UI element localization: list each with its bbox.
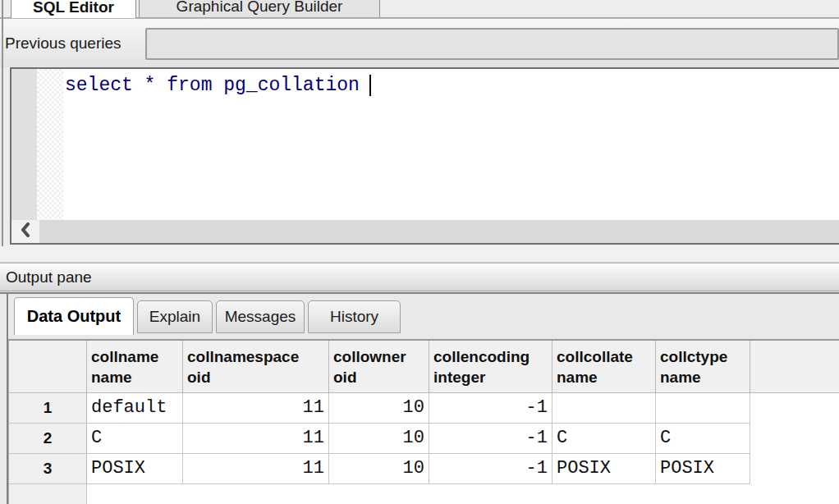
- tab-history[interactable]: History: [308, 300, 401, 333]
- column-header-collencoding[interactable]: collencodinginteger: [429, 341, 552, 393]
- grid-cell[interactable]: [656, 393, 750, 424]
- window-frame-edge: [2, 0, 3, 246]
- tab-explain-label: Explain: [149, 308, 200, 326]
- scroll-left-button[interactable]: [11, 220, 39, 243]
- tab-data-output[interactable]: Data Output: [14, 297, 134, 335]
- tab-sql-editor[interactable]: SQL Editor: [11, 0, 136, 18]
- grid-cell[interactable]: -1: [429, 393, 552, 424]
- grid-cell[interactable]: C: [552, 424, 656, 454]
- column-header-collname[interactable]: collnamename: [87, 341, 183, 393]
- grid-rownum-filler: [8, 484, 87, 504]
- grid-cell[interactable]: -1: [429, 454, 552, 484]
- sql-text-area[interactable]: select * from pg_collation: [63, 69, 839, 220]
- chevron-left-icon: [20, 222, 31, 241]
- grid-cell[interactable]: C: [87, 424, 183, 454]
- editor-fold-margin: [37, 69, 63, 220]
- editor-horizontal-scrollbar[interactable]: [11, 220, 839, 243]
- row-number[interactable]: 2: [9, 424, 87, 454]
- editor-notebook-tabbar: SQL Editor Graphical Query Builder: [0, 0, 839, 18]
- grid-cell[interactable]: -1: [429, 424, 552, 454]
- grid-cell[interactable]: C: [656, 424, 750, 454]
- tab-messages[interactable]: Messages: [216, 300, 305, 333]
- column-header-collctype[interactable]: collctypename: [656, 341, 750, 393]
- tab-explain[interactable]: Explain: [137, 300, 213, 333]
- grid-cell[interactable]: [552, 393, 656, 424]
- output-notebook: Data Output Explain Messages History col…: [0, 292, 839, 504]
- results-grid: collnamenamecollnamespaceoidcollowneroid…: [8, 339, 750, 484]
- tab-messages-label: Messages: [225, 308, 296, 326]
- previous-queries-label: Previous queries: [5, 19, 121, 67]
- column-header-collcollate[interactable]: collcollatename: [552, 341, 656, 393]
- tab-data-output-label: Data Output: [27, 307, 121, 326]
- text-caret: [369, 75, 371, 96]
- grid-cell[interactable]: POSIX: [87, 454, 183, 484]
- output-pane-caption: Output pane: [0, 263, 839, 291]
- tab-history-label: History: [330, 308, 378, 326]
- editor-line-margin: [11, 69, 37, 220]
- previous-queries-combobox[interactable]: [145, 28, 839, 60]
- grid-cell[interactable]: 10: [329, 454, 429, 484]
- tab-graphical-query-builder-label: Graphical Query Builder: [177, 0, 343, 16]
- column-header-collnamespace[interactable]: collnamespaceoid: [183, 341, 329, 393]
- data-output-page: collnamenamecollnamespaceoidcollowneroid…: [8, 339, 839, 504]
- tab-sql-editor-label: SQL Editor: [33, 0, 114, 16]
- previous-queries-row: Previous queries: [0, 18, 839, 67]
- output-pane-label: Output pane: [6, 263, 92, 291]
- row-number[interactable]: 3: [9, 454, 87, 484]
- grid-cell[interactable]: 10: [329, 424, 429, 454]
- grid-header-filler: [750, 339, 839, 393]
- tab-graphical-query-builder[interactable]: Graphical Query Builder: [139, 0, 380, 18]
- grid-cell[interactable]: POSIX: [552, 454, 656, 484]
- grid-cell[interactable]: default: [87, 393, 183, 424]
- grid-cell[interactable]: 10: [329, 393, 429, 424]
- grid-cell[interactable]: 11: [183, 424, 329, 454]
- pane-splitter[interactable]: [0, 245, 839, 263]
- grid-cell[interactable]: 11: [183, 454, 329, 484]
- sql-query-text: select * from pg_collation: [65, 75, 360, 96]
- grid-cell[interactable]: POSIX: [656, 454, 750, 484]
- sql-editor-pane: select * from pg_collation: [10, 67, 839, 245]
- grid-corner-cell[interactable]: [9, 341, 87, 393]
- grid-cell[interactable]: 11: [183, 393, 329, 424]
- row-number[interactable]: 1: [9, 393, 87, 424]
- column-header-collowner[interactable]: collowneroid: [329, 341, 429, 393]
- query-tool-window: SQL Editor Graphical Query Builder Previ…: [0, 0, 839, 504]
